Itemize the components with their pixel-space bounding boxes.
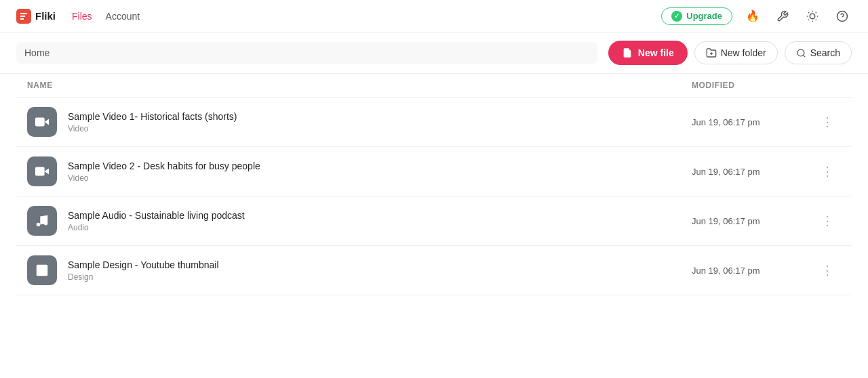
file-modified: Jun 19, 06:17 pm: [692, 117, 814, 127]
svg-line-7: [808, 19, 809, 20]
svg-point-22: [44, 222, 48, 226]
file-context-menu-button[interactable]: ⋮: [814, 114, 841, 129]
column-header-modified: MODIFIED: [692, 81, 814, 90]
new-file-label: New file: [638, 47, 674, 58]
file-info: Sample Video 2 - Desk habits for busy pe…: [68, 161, 692, 183]
file-type: Video: [68, 173, 692, 183]
file-name: Sample Audio - Sustainable living podcas…: [68, 210, 692, 221]
table-row[interactable]: Sample Design - Youtube thumbnail Design…: [16, 246, 852, 295]
brand-name: Fliki: [35, 10, 56, 22]
file-info: Sample Video 1- Historical facts (shorts…: [68, 111, 692, 133]
breadcrumb: Home: [16, 42, 597, 64]
file-list-header: NAME MODIFIED: [16, 74, 852, 98]
toolbar: Home New file New folder Search: [0, 33, 868, 74]
new-file-button[interactable]: New file: [608, 41, 688, 65]
new-file-icon: [622, 47, 633, 58]
svg-point-21: [37, 223, 41, 227]
new-folder-icon: [706, 47, 717, 58]
search-label: Search: [810, 47, 840, 58]
svg-point-15: [797, 49, 804, 56]
top-navigation: Fliki Files Account Upgrade 🔥: [0, 0, 868, 33]
svg-marker-19: [45, 168, 49, 174]
table-row[interactable]: Sample Video 1- Historical facts (shorts…: [16, 98, 852, 147]
svg-line-4: [816, 19, 816, 20]
file-name: Sample Video 1- Historical facts (shorts…: [68, 111, 692, 122]
table-row[interactable]: Sample Audio - Sustainable living podcas…: [16, 196, 852, 246]
svg-point-24: [39, 267, 41, 269]
table-row[interactable]: Sample Video 2 - Desk habits for busy pe…: [16, 147, 852, 196]
file-list-container: NAME MODIFIED Sample Video 1- Historical…: [0, 74, 868, 295]
file-icon-video: [27, 107, 57, 137]
search-button[interactable]: Search: [785, 41, 852, 64]
file-icon-video: [27, 156, 57, 186]
file-type: Video: [68, 124, 692, 133]
search-icon: [796, 48, 806, 58]
file-context-menu-button[interactable]: ⋮: [814, 263, 841, 278]
file-icon-audio: [27, 206, 57, 236]
file-context-menu-button[interactable]: ⋮: [814, 213, 841, 228]
nav-links: Files Account: [72, 11, 661, 22]
svg-line-3: [808, 12, 809, 13]
upgrade-label: Upgrade: [686, 11, 722, 21]
svg-marker-17: [45, 119, 49, 125]
nav-link-account[interactable]: Account: [106, 11, 140, 22]
file-modified: Jun 19, 06:17 pm: [692, 266, 814, 276]
upgrade-button[interactable]: Upgrade: [661, 7, 732, 25]
svg-rect-18: [35, 118, 45, 127]
file-info: Sample Design - Youtube thumbnail Design: [68, 259, 692, 282]
nav-right: Upgrade 🔥: [661, 7, 852, 26]
file-icon-design: [27, 255, 57, 285]
sun-icon[interactable]: [803, 7, 822, 26]
file-modified: Jun 19, 06:17 pm: [692, 167, 814, 177]
svg-point-0: [810, 14, 815, 19]
file-name: Sample Design - Youtube thumbnail: [68, 259, 692, 270]
toolbar-actions: New file New folder Search: [608, 41, 852, 65]
file-type: Design: [68, 272, 692, 282]
fliki-logo-icon: [16, 9, 31, 24]
new-folder-button[interactable]: New folder: [694, 41, 778, 64]
file-context-menu-button[interactable]: ⋮: [814, 164, 841, 179]
file-name: Sample Video 2 - Desk habits for busy pe…: [68, 161, 692, 171]
file-info: Sample Audio - Sustainable living podcas…: [68, 210, 692, 232]
svg-line-16: [803, 55, 805, 57]
file-rows: Sample Video 1- Historical facts (shorts…: [16, 98, 852, 295]
file-type: Audio: [68, 223, 692, 232]
svg-rect-20: [35, 167, 45, 176]
fire-icon[interactable]: 🔥: [743, 7, 762, 26]
column-header-name: NAME: [27, 81, 692, 90]
svg-line-8: [816, 12, 816, 13]
tools-icon[interactable]: [773, 7, 792, 26]
file-modified: Jun 19, 06:17 pm: [692, 216, 814, 226]
nav-link-files[interactable]: Files: [72, 11, 92, 22]
help-icon[interactable]: [833, 7, 852, 26]
brand-logo[interactable]: Fliki: [16, 9, 56, 24]
upgrade-check-icon: [671, 11, 682, 22]
new-folder-label: New folder: [721, 47, 766, 58]
